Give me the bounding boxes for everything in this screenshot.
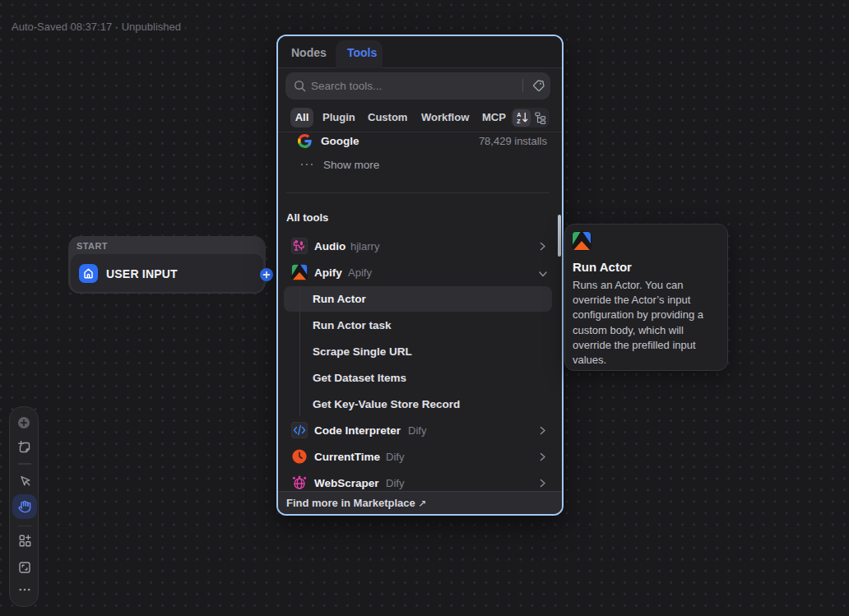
svg-text:Z: Z <box>517 118 521 124</box>
svg-text:A: A <box>517 112 521 118</box>
